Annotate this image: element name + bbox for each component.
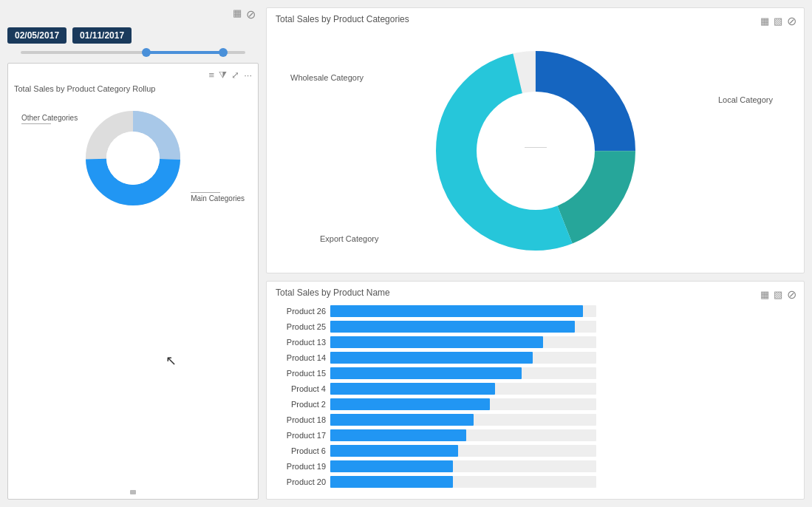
right-panel: ▦ ▧ ⊘ Total Sales by Product Categories … xyxy=(266,7,805,500)
bar-fill xyxy=(330,429,466,441)
left-panel: ▦ ⊘ 02/05/2017 01/11/2017 ≡ ⧩ ⤢ xyxy=(7,7,259,500)
bar-track[interactable] xyxy=(330,352,596,364)
bar-label: Product 20 xyxy=(276,477,326,486)
bar-fill xyxy=(330,414,474,426)
bar-label: Product 26 xyxy=(276,307,326,316)
bar-fill xyxy=(330,305,583,317)
bar-icon-bar[interactable]: ▦ xyxy=(760,289,769,300)
donut-chart-card: ▦ ▧ ⊘ Total Sales by Product Categories … xyxy=(266,7,805,273)
bar-track[interactable] xyxy=(330,383,596,395)
bar-label: Product 2 xyxy=(276,400,326,409)
table-row: Product 4 xyxy=(276,383,795,395)
large-donut-svg xyxy=(432,47,639,254)
end-date-badge[interactable]: 01/11/2017 xyxy=(72,27,132,44)
table-row: Product 25 xyxy=(276,321,795,333)
bar-track[interactable] xyxy=(330,429,596,441)
bar-fill xyxy=(330,321,575,333)
block-icon-donut[interactable]: ⊘ xyxy=(787,14,796,28)
table-row: Product 13 xyxy=(276,336,795,348)
bar-track[interactable] xyxy=(330,398,596,410)
expand-icon[interactable]: ⤢ xyxy=(231,69,239,81)
filter-icon[interactable]: ⧩ xyxy=(219,69,227,81)
bar-fill xyxy=(330,445,458,457)
main-layout: ▦ ⊘ 02/05/2017 01/11/2017 ≡ ⧩ ⤢ xyxy=(0,0,812,507)
slider-handle-right[interactable] xyxy=(219,48,228,57)
slider-fill xyxy=(144,51,222,54)
date-slider[interactable] xyxy=(7,48,259,57)
bar-fill xyxy=(330,383,495,395)
bar-chart-icon-top[interactable]: ▦ xyxy=(233,7,242,21)
more-icon[interactable]: ··· xyxy=(244,69,252,81)
bar-label: Product 18 xyxy=(276,415,326,424)
stacked-icon-donut[interactable]: ▧ xyxy=(774,16,782,27)
donut-chart-title: Total Sales by Product Categories xyxy=(276,14,795,24)
small-donut-wrapper: Other Categories Main Categories xyxy=(14,99,252,217)
bar-track[interactable] xyxy=(330,305,596,317)
bar-chart-card: ▦ ▧ ⊘ Total Sales by Product Name Produc… xyxy=(266,281,805,500)
donut-chart-area: Wholesale Category xyxy=(276,29,795,265)
table-row: Product 15 xyxy=(276,367,795,379)
table-row: Product 2 xyxy=(276,398,795,410)
bar-fill xyxy=(330,336,543,348)
bar-fill xyxy=(330,398,490,410)
bar-label: Product 4 xyxy=(276,384,326,393)
bar-label: Product 14 xyxy=(276,353,326,362)
stacked-icon-bar[interactable]: ▧ xyxy=(774,289,782,300)
table-row: Product 18 xyxy=(276,414,795,426)
bar-chart-area: Product 26Product 25Product 13Product 14… xyxy=(276,302,795,494)
rollup-label-right: Main Categories xyxy=(191,192,245,203)
block-icon-top[interactable]: ⊘ xyxy=(246,7,256,21)
bar-label: Product 6 xyxy=(276,446,326,455)
slider-track xyxy=(21,51,245,54)
local-label: Local Category xyxy=(718,95,773,104)
table-row: Product 20 xyxy=(276,476,795,488)
bar-track[interactable] xyxy=(330,367,596,379)
start-date-badge[interactable]: 02/05/2017 xyxy=(7,27,66,44)
small-donut-svg xyxy=(81,106,185,210)
bar-fill xyxy=(330,460,453,472)
block-icon-bar[interactable]: ⊘ xyxy=(787,287,796,302)
bar-track[interactable] xyxy=(330,460,596,472)
wholesale-line xyxy=(525,147,547,148)
slider-handle-left[interactable] xyxy=(142,48,151,57)
bar-track[interactable] xyxy=(330,414,596,426)
bar-label: Product 13 xyxy=(276,338,326,347)
rollup-label-left: Other Categories xyxy=(21,114,78,124)
rollup-card: ≡ ⧩ ⤢ ··· Total Sales by Product Categor… xyxy=(7,63,259,500)
bar-fill xyxy=(330,476,453,488)
bar-fill xyxy=(330,352,533,364)
svg-point-9 xyxy=(477,92,595,210)
bar-label: Product 25 xyxy=(276,322,326,331)
bar-track[interactable] xyxy=(330,445,596,457)
rollup-card-title: Total Sales by Product Category Rollup xyxy=(14,84,252,93)
table-row: Product 19 xyxy=(276,460,795,472)
donut-chart-toolbar: ▦ ▧ ⊘ xyxy=(760,14,796,28)
export-label: Export Category xyxy=(320,234,378,243)
date-range-widget: 02/05/2017 01/11/2017 xyxy=(7,27,259,57)
bar-chart-title: Total Sales by Product Name xyxy=(276,287,795,298)
table-row: Product 17 xyxy=(276,429,795,441)
bar-track[interactable] xyxy=(330,321,596,333)
table-row: Product 6 xyxy=(276,445,795,457)
bar-chart-toolbar: ▦ ▧ ⊘ xyxy=(760,287,796,302)
table-row: Product 26 xyxy=(276,305,795,317)
wholesale-label: Wholesale Category xyxy=(290,73,364,82)
bar-track[interactable] xyxy=(330,336,596,348)
rollup-card-toolbar: ≡ ⧩ ⤢ ··· xyxy=(14,69,252,81)
hamburger-icon[interactable]: ≡ xyxy=(209,69,215,81)
bar-label: Product 17 xyxy=(276,431,326,440)
bar-icon-donut[interactable]: ▦ xyxy=(760,16,769,27)
date-labels: 02/05/2017 01/11/2017 xyxy=(7,27,259,44)
table-row: Product 14 xyxy=(276,352,795,364)
bar-label: Product 19 xyxy=(276,462,326,471)
bar-track[interactable] xyxy=(330,476,596,488)
bar-label: Product 15 xyxy=(276,369,326,378)
bar-fill xyxy=(330,367,522,379)
svg-point-3 xyxy=(106,132,160,185)
